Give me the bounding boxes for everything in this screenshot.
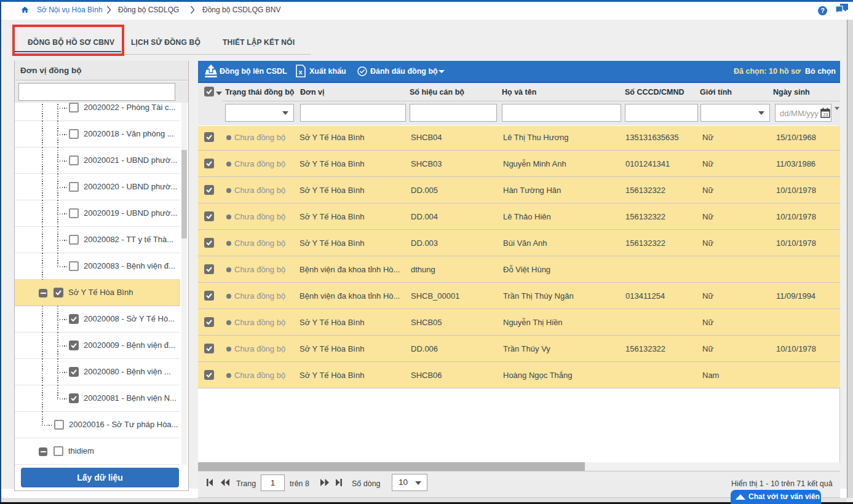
- svg-text:x: x: [299, 68, 303, 76]
- svg-text:23: 23: [823, 112, 828, 117]
